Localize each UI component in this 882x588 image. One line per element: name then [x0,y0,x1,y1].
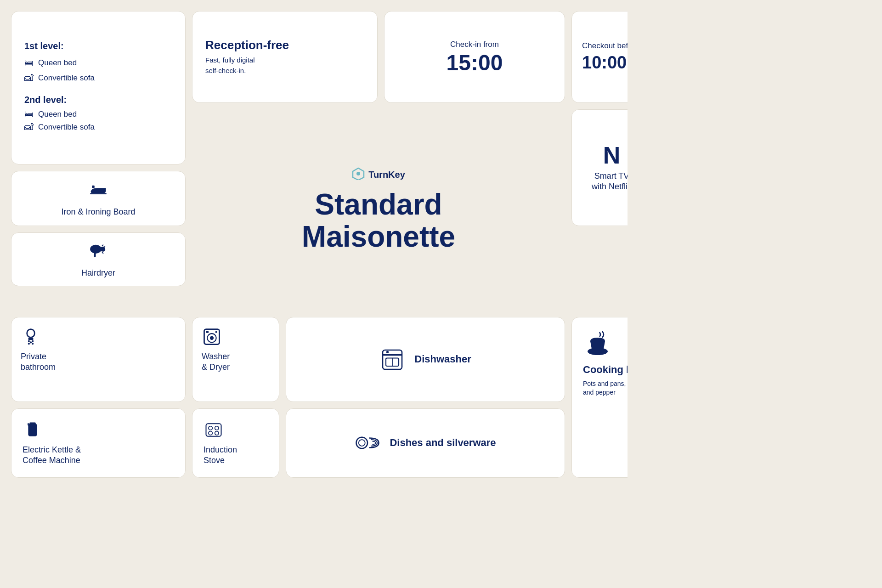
svg-point-37 [386,351,389,353]
svg-point-18 [32,340,34,342]
bathroom-label: Privatebathroom [21,351,56,373]
svg-rect-27 [28,424,37,436]
kettle-card: Electric Kettle &Coffee Machine [11,408,186,478]
kettle-label: Electric Kettle &Coffee Machine [23,445,81,466]
checkout-time: 10:00 or 13:00* [582,53,628,73]
level1-item1: 🛏 Queen bed [24,57,77,68]
netflix-n: N [603,143,621,167]
main-wrapper: 1st level: 🛏 Queen bed 🛋 Convertible sof… [11,11,616,478]
bathroom-icon [21,327,41,347]
center-brand: TurnKey StandardMaisonette [192,109,565,311]
cooking-icon [583,328,612,358]
smarttv-card: N Smart TVwith Netflix [571,109,628,226]
dishwasher-icon [379,347,405,373]
induction-label: InductionStove [204,445,237,466]
svg-line-4 [102,245,103,246]
svg-point-32 [215,426,219,430]
svg-point-8 [356,172,360,175]
cooking-label: Cooking basics [583,363,628,377]
svg-rect-0 [90,193,107,195]
svg-rect-25 [206,331,209,333]
svg-line-6 [102,252,103,254]
cooking-sublabel: Pots and pans, oil, salt and pepper [583,379,628,397]
reception-subtitle: Fast, fully digital self-check-in. [205,55,255,76]
checkin-card: Check-in from 15:00 [384,11,565,103]
iron-icon [88,179,108,199]
bathroom-card: Privatebathroom [11,317,186,402]
level1-item2-label: Convertible sofa [38,74,95,83]
turnkey-logo-icon [352,167,365,183]
svg-point-34 [215,431,219,435]
kettle-icon [23,420,43,440]
svg-rect-29 [28,423,29,426]
hairdryer-label: Hairdryer [81,268,115,278]
svg-point-24 [210,336,214,340]
dishes-card: Dishes and silverware [286,408,565,478]
svg-point-31 [209,426,212,430]
svg-rect-3 [94,252,96,257]
dishwasher-card: Dishwasher [286,317,565,402]
reception-title: Reception-free [205,38,289,52]
bed2-icon: 🛏 [24,109,34,119]
bed-icon: 🛏 [24,57,34,68]
reception-line1: Fast, fully digital [205,56,255,64]
checkout-label: Checkout before [582,41,628,51]
level2-title: 2nd level: [24,95,95,105]
reception-line2: self-check-in. [205,67,246,74]
brand-name: TurnKey [368,170,405,180]
svg-point-20 [32,343,34,345]
svg-rect-1 [92,186,95,188]
level2-item1-label: Queen bed [38,110,77,119]
smarttv-label: Smart TVwith Netflix [592,171,628,192]
level2-item1: 🛏 Queen bed [24,109,95,119]
svg-point-17 [28,340,30,342]
main-grid: 1st level: 🛏 Queen bed 🛋 Convertible sof… [11,11,616,478]
sofa2-icon: 🛋 [24,122,34,132]
svg-rect-28 [29,423,36,424]
cooking-card: Cooking basics Pots and pans, oil, salt … [571,317,628,478]
washer-card: Washer& Dryer [192,317,279,402]
dishes-label: Dishes and silverware [390,436,496,450]
induction-card: InductionStove [192,408,279,478]
svg-rect-16 [28,338,34,340]
svg-point-41 [359,440,365,446]
svg-point-2 [90,245,102,254]
level2-item2-label: Convertible sofa [38,123,95,132]
sleeping-card: 1st level: 🛏 Queen bed 🛋 Convertible sof… [11,11,186,164]
iron-label: Iron & Ironing Board [61,207,135,217]
hairdryer-icon [88,240,108,260]
svg-line-5 [103,247,105,247]
sofa-icon: 🛋 [24,73,34,83]
level1-title: 1st level: [24,41,64,51]
checkin-time: 15:00 [447,52,503,74]
svg-point-19 [28,343,30,345]
checkout-card: Checkout before 10:00 or 13:00* [571,11,628,103]
svg-rect-15 [27,329,35,338]
iron-card: Iron & Ironing Board [11,171,186,226]
svg-point-21 [30,341,32,343]
level1-item2: 🛋 Convertible sofa [24,73,95,83]
dishwasher-label: Dishwasher [414,353,471,366]
level1-item1-label: Queen bed [38,58,77,68]
svg-rect-36 [383,354,402,356]
svg-rect-30 [206,424,221,436]
svg-point-33 [209,431,212,435]
washer-label: Washer& Dryer [202,351,230,373]
hairdryer-card: Hairdryer [11,232,186,286]
svg-point-26 [215,331,217,333]
brand-logo: TurnKey [352,167,405,183]
level2-item2: 🛋 Convertible sofa [24,122,95,132]
dishes-icon [355,430,380,456]
svg-point-40 [356,437,368,449]
checkin-label: Check-in from [450,40,499,49]
property-title: StandardMaisonette [302,188,455,253]
reception-card: Reception-free Fast, fully digital self-… [192,11,378,103]
induction-icon [204,420,224,440]
washer-icon [202,327,222,347]
level2-section: 2nd level: 🛏 Queen bed 🛋 Convertible sof… [24,95,95,135]
